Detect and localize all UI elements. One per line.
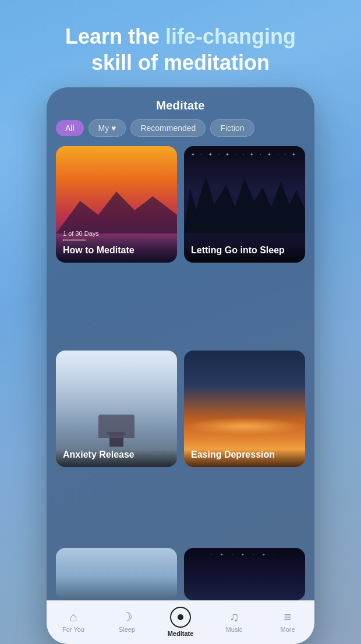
card-overlay: Anxiety Release [56, 442, 177, 467]
filter-tab-recommended[interactable]: Recommended [130, 119, 206, 137]
card-overlay: 1 of 30 Days How to Meditate [56, 223, 177, 263]
nav-item-more[interactable]: ≡ More [267, 611, 308, 633]
card-letting-go-sleep[interactable]: Letting Go into Sleep [184, 146, 305, 263]
card-overlay: Letting Go into Sleep [184, 238, 305, 263]
partial-cards-row: · ✦ · ✦ · ✦ · [47, 548, 314, 600]
home-icon: ⌂ [69, 611, 77, 624]
filter-tab-my[interactable]: My ♥ [89, 119, 126, 137]
hero-title: Learn the life-changing skill of meditat… [65, 23, 296, 76]
card-title: How to Meditate [63, 245, 170, 256]
nav-item-meditate[interactable]: Meditate [160, 607, 201, 637]
meditate-circle-icon [170, 607, 191, 628]
card-title: Letting Go into Sleep [191, 245, 298, 256]
partial-card-right[interactable]: · ✦ · ✦ · ✦ · [184, 548, 305, 600]
screen-title: Meditate [58, 99, 303, 112]
card-subtitle: 1 of 30 Days [63, 230, 170, 237]
card-easing-depression[interactable]: Easing Depression [184, 351, 305, 467]
progress-fill [63, 239, 64, 241]
nav-label-meditate: Meditate [168, 630, 194, 637]
card-overlay: Easing Depression [184, 442, 305, 467]
meditate-inner-circle [178, 614, 183, 620]
progress-bar [63, 239, 86, 241]
filter-tab-all[interactable]: All [56, 120, 84, 136]
nav-label-sleep: Sleep [119, 626, 135, 633]
hero-section: Learn the life-changing skill of meditat… [42, 0, 319, 87]
screen-header: Meditate [47, 87, 314, 119]
filter-tabs: All My ♥ Recommended Fiction [47, 119, 314, 146]
cards-grid: 1 of 30 Days How to Meditate Letting Go … [47, 146, 314, 548]
menu-icon: ≡ [284, 611, 292, 624]
bottom-nav: ⌂ For You ☽ Sleep Meditate ♫ Music ≡ Mor… [47, 600, 314, 644]
filter-tab-fiction[interactable]: Fiction [210, 119, 254, 137]
partial-card-left[interactable] [56, 548, 177, 600]
nav-label-music: Music [226, 626, 243, 633]
moon-icon: ☽ [121, 611, 133, 624]
card-anxiety-release[interactable]: Anxiety Release [56, 351, 177, 467]
nav-label-more: More [280, 626, 295, 633]
card-title: Easing Depression [191, 449, 298, 460]
card-how-to-meditate[interactable]: 1 of 30 Days How to Meditate [56, 146, 177, 263]
nav-item-for-you[interactable]: ⌂ For You [53, 611, 94, 633]
card-title: Anxiety Release [63, 449, 170, 460]
nav-item-music[interactable]: ♫ Music [214, 611, 254, 633]
nav-item-sleep[interactable]: ☽ Sleep [107, 611, 147, 633]
app-container: Meditate All My ♥ Recommended Fiction 1 … [47, 87, 314, 644]
music-icon: ♫ [229, 611, 239, 624]
nav-label-for-you: For You [62, 626, 84, 633]
